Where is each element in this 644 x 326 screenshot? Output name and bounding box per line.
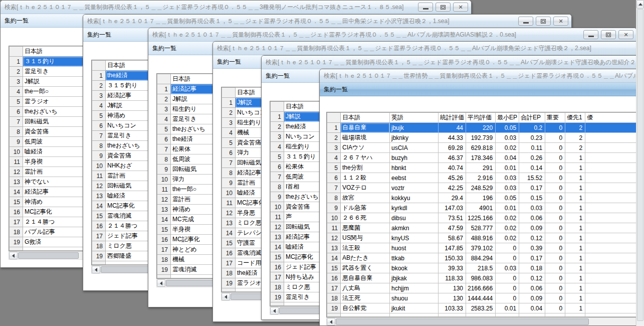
scroll-thumb[interactable]: [18, 252, 79, 259]
row-number-cell: 17: [222, 258, 236, 268]
row-number-cell: 19: [222, 278, 236, 288]
window-titlebar[interactable]: 検索[ｔｈｅ２５１０１７＿＿世界情勢＿＿質量制御再現公表１，５＿＿ジェド霊界ラジ…: [320, 69, 643, 83]
table-row[interactable]: 5the分割hbnkt40.742910.010.1401: [327, 163, 640, 173]
item-label: G救済: [23, 237, 85, 247]
cell: buzyh: [390, 153, 439, 163]
cell: 147.03: [439, 203, 466, 213]
table-row[interactable]: 3CIAウソusCIA69.28629.8180.020.1102: [327, 143, 640, 153]
column-header[interactable]: 英語: [390, 113, 439, 123]
table-row[interactable]: 13法王殺huost147.85379.10200.3901: [327, 243, 640, 253]
table-row[interactable]: 8故宮kokkyu29.41960.050.1501: [327, 193, 640, 203]
minimize-button[interactable]: [583, 30, 598, 39]
cell: [585, 223, 640, 233]
table-row[interactable]: 4２６７ヤハbuzyh46.37178.3460.040.2601: [327, 153, 640, 163]
list-item[interactable]: 19G救済: [10, 237, 85, 247]
cell: [585, 213, 640, 223]
row-number-cell: 8: [271, 182, 284, 192]
restore-button[interactable]: [436, 3, 451, 12]
cell: 44.33: [439, 133, 466, 143]
column-header[interactable]: 日本語: [341, 113, 390, 123]
list-item[interactable]: 18バブル記事: [10, 227, 85, 237]
cell: 0.02: [496, 233, 519, 243]
table-row[interactable]: 11悪魔菌akmkn47.59528.7770.020.0901: [327, 223, 640, 233]
row-number-cell: 7: [10, 117, 23, 127]
cell: ドル急落: [341, 203, 390, 213]
column-header[interactable]: 合計EP: [519, 113, 545, 123]
list-item[interactable]: 9低周波: [10, 137, 85, 147]
table-row[interactable]: 10２６６死dibsu73.511225.1660.020.0601: [327, 213, 640, 223]
list-item[interactable]: 4the一郎○: [10, 87, 85, 97]
window-titlebar[interactable]: 検索[ｔｈｅ２５１０１７＿＿質量制御再現公表１，５＿＿ジェド霊界ラジオ再現０．５…: [1, 1, 471, 14]
list-item[interactable]: 13神でない: [10, 177, 85, 187]
window-titlebar[interactable]: 検索[ｔｈｅ２５１０１７＿＿質量制御再現公表１，５＿＿ジェド霊界ラジオ再現０．５…: [83, 15, 571, 28]
close-button[interactable]: ✕: [553, 17, 568, 26]
table-row[interactable]: 7VOZテロvoztr42.25248.5290.030.1701: [327, 183, 640, 193]
table-row[interactable]: 1自暴自棄jbujk442200.050.202: [327, 123, 640, 133]
horizontal-scrollbar[interactable]: [9, 251, 84, 260]
list-column-header[interactable]: 日本語: [23, 47, 85, 57]
list-item[interactable]: 16MC記事化: [10, 207, 85, 217]
cell: [585, 203, 640, 213]
cell: 0: [545, 293, 565, 303]
cell: VOZテロ: [341, 183, 390, 193]
scroll-left-button[interactable]: [327, 318, 335, 325]
restore-button[interactable]: [536, 17, 551, 26]
list-item[interactable]: 5霊ラジオ: [10, 97, 85, 107]
scroll-left-button[interactable]: [157, 279, 165, 287]
list-item[interactable]: 6theおざいち: [10, 107, 85, 117]
table-row[interactable]: 6１１２殺eebst45.262.9160.0315.5201: [327, 173, 640, 183]
window-titlebar[interactable]: 検索[ｔｈｅ２５１０１７＿＿質量制御再現公表１，５＿＿ジェド霊界ラジオ再現０．５…: [148, 28, 636, 42]
list-item[interactable]: 3J解説: [10, 77, 85, 87]
column-header[interactable]: 優: [585, 113, 640, 123]
table-row[interactable]: 14ABたたきttkab150.33884.29400.1701: [327, 253, 640, 263]
list-item[interactable]: 11半身禊: [10, 157, 85, 167]
cell: 47.59: [439, 223, 466, 233]
scroll-up-button[interactable]: [636, 0, 644, 9]
window-titlebar[interactable]: 検索[ｔｈｅ２５１０１７＿＿質量制御再現公表１，５＿＿ジェド霊界ラジオ再現０．５…: [213, 42, 643, 55]
window-titlebar[interactable]: 検索[ｔｈｅ２５１０１７＿＿質量制御再現公表１，５＿＿ジェド霊界ラジオ再現０．５…: [262, 56, 643, 69]
minimize-button[interactable]: [518, 17, 533, 26]
scroll-left-button[interactable]: [9, 252, 18, 259]
list-item[interactable]: 2霊足引き: [10, 67, 85, 77]
table-row[interactable]: 18法王死shuou1301444.44400.0901: [327, 293, 640, 303]
column-header[interactable]: 平均評価: [466, 113, 496, 123]
horizontal-scrollbar[interactable]: [326, 317, 636, 325]
table-row[interactable]: 12US関与knyUS58.67488.9160.020.1201: [327, 233, 640, 243]
scroll-thumb[interactable]: [336, 318, 589, 325]
list-item[interactable]: 1３１５釣り: [10, 57, 85, 67]
scroll-left-button[interactable]: [270, 307, 279, 314]
table-row[interactable]: 15武器を置くbkook39.33218.50.030.1801: [327, 263, 640, 273]
restore-icon: [606, 33, 611, 37]
cell: 1: [565, 183, 585, 193]
restore-button[interactable]: [601, 30, 616, 39]
column-header[interactable]: 統計評価: [439, 113, 466, 123]
list-item[interactable]: 15神清め: [10, 197, 85, 207]
column-header[interactable]: 重要: [545, 113, 565, 123]
cell: jbjkak: [390, 273, 439, 283]
close-button[interactable]: ✕: [618, 30, 633, 39]
row-number-cell: 10: [92, 161, 106, 171]
table-row[interactable]: 9ドル急落kyrkdl147.0349010.010.0301: [327, 203, 640, 213]
scroll-thumb[interactable]: [637, 9, 643, 321]
cell: jkukit: [390, 303, 439, 313]
column-header[interactable]: 優先1: [565, 113, 585, 123]
scroll-left-button[interactable]: [92, 266, 100, 273]
list-item[interactable]: 14経済記事: [10, 187, 85, 197]
table-row[interactable]: 17八丈島hchjjm1302166.66600.0601: [327, 283, 640, 293]
column-header[interactable]: 最小EP: [496, 113, 519, 123]
table-row[interactable]: 2磁場環境jbknky44.33192.7390.030.2302: [327, 133, 640, 143]
list-item[interactable]: 10嘘経済: [10, 147, 85, 157]
list-item[interactable]: 7回転磁気: [10, 117, 85, 127]
list-item[interactable]: 12霊計画: [10, 167, 85, 177]
row-number-cell: 14: [271, 242, 284, 252]
mdi-vertical-scrollbar[interactable]: [636, 0, 644, 326]
list-item[interactable]: 17２１４勝つ: [10, 217, 85, 227]
list-item[interactable]: 8資金苦痛: [10, 127, 85, 137]
minimize-button[interactable]: [418, 3, 433, 12]
scroll-left-button[interactable]: [222, 293, 230, 300]
cell: 0.02: [496, 223, 519, 233]
table-row[interactable]: 19自公解党jkukit103.332583.250.010.0401: [327, 303, 640, 313]
table-row[interactable]: 16悪自暴自棄jbjkak118.33986.08300.1201: [327, 273, 640, 283]
close-button[interactable]: ✕: [453, 3, 468, 12]
cell: 0: [496, 283, 519, 293]
